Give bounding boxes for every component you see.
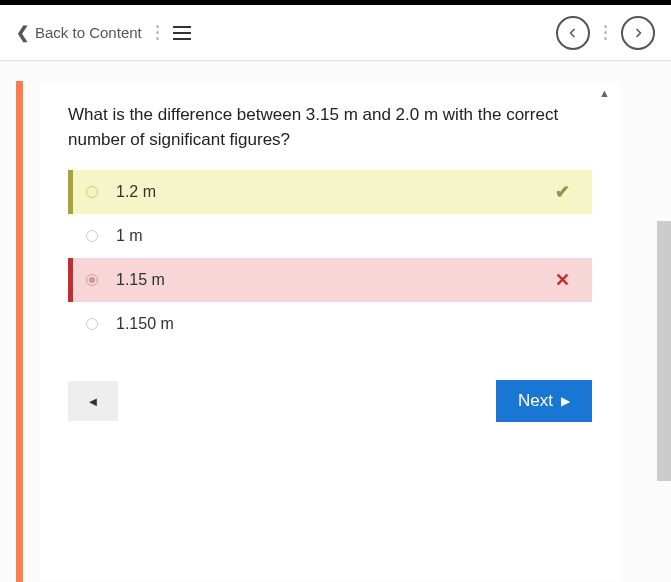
radio-icon	[86, 230, 98, 242]
scroll-up-arrow-icon[interactable]: ▲	[599, 87, 610, 99]
option-label: 1.15 m	[116, 271, 555, 289]
content-area: ▲ What is the difference between 3.15 m …	[0, 61, 671, 582]
options-list: 1.2 m ✔ 1 m 1.15 m ✕ 1.150 m	[68, 170, 592, 346]
option-row[interactable]: 1.150 m	[68, 302, 592, 346]
question-card: ▲ What is the difference between 3.15 m …	[40, 81, 620, 581]
chevron-left-icon: ❮	[16, 23, 29, 42]
triangle-right-icon: ▶	[561, 394, 570, 408]
prev-question-button[interactable]: ◄	[68, 381, 118, 421]
nav-next-circle-button[interactable]	[621, 16, 655, 50]
check-icon: ✔	[555, 181, 570, 203]
nav-prev-circle-button[interactable]	[556, 16, 590, 50]
option-row[interactable]: 1.2 m ✔	[68, 170, 592, 214]
next-label: Next	[518, 391, 553, 411]
triangle-left-icon: ◄	[87, 394, 100, 409]
radio-icon	[86, 318, 98, 330]
back-label: Back to Content	[35, 24, 142, 41]
kebab-menu-right[interactable]	[604, 25, 607, 40]
option-label: 1.150 m	[116, 315, 570, 333]
option-row[interactable]: 1.15 m ✕	[68, 258, 592, 302]
radio-icon	[86, 274, 98, 286]
kebab-menu-left[interactable]	[156, 25, 159, 40]
radio-icon	[86, 186, 98, 198]
question-text: What is the difference between 3.15 m an…	[68, 103, 592, 152]
option-label: 1.2 m	[116, 183, 555, 201]
chevron-right-icon	[632, 27, 644, 39]
chevron-left-icon	[567, 27, 579, 39]
next-question-button[interactable]: Next ▶	[496, 380, 592, 422]
back-to-content-link[interactable]: ❮ Back to Content	[16, 23, 142, 42]
option-label: 1 m	[116, 227, 570, 245]
header-bar: ❮ Back to Content	[0, 5, 671, 61]
x-icon: ✕	[555, 269, 570, 291]
hamburger-menu-icon[interactable]	[173, 26, 191, 40]
question-nav: ◄ Next ▶	[68, 380, 592, 422]
scrollbar-thumb[interactable]	[657, 221, 671, 481]
option-row[interactable]: 1 m	[68, 214, 592, 258]
accent-bar	[16, 81, 23, 582]
